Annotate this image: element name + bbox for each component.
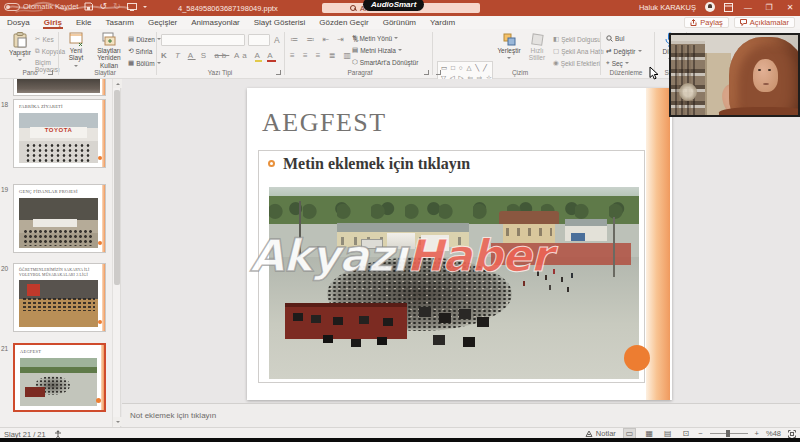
font-color-button[interactable]: A xyxy=(267,51,275,62)
italic-button[interactable]: T xyxy=(175,51,183,60)
quick-styles-button[interactable]: Hızlı Stiller xyxy=(524,33,550,62)
shape-fill-button[interactable]: ◧Şekil Dolgusu xyxy=(553,35,601,43)
scroll-down-button[interactable] xyxy=(113,417,122,426)
share-button[interactable]: Paylaş xyxy=(684,17,729,28)
paragraph-dialog-launcher[interactable] xyxy=(424,70,429,75)
notes-placeholder[interactable]: Not eklemek için tıklayın xyxy=(130,411,216,420)
strikethrough-button[interactable]: ab xyxy=(214,51,229,60)
font-dialog-launcher[interactable] xyxy=(276,70,281,75)
tab-tasarim[interactable]: Tasarım xyxy=(98,16,140,29)
notes-toggle-button[interactable]: Notlar xyxy=(585,429,616,438)
slide-title[interactable]: AEGFEST xyxy=(262,108,387,138)
tab-animasyonlar[interactable]: Animasyonlar xyxy=(184,16,246,29)
clipboard-icon xyxy=(13,32,27,48)
minimize-button[interactable]: — xyxy=(742,3,754,12)
notes-icon xyxy=(585,430,593,437)
shadow-button[interactable]: S xyxy=(201,51,209,60)
triangle-up-icon xyxy=(116,81,120,85)
comments-button[interactable]: Açıklamalar xyxy=(734,17,795,28)
shape-effects-button[interactable]: ◉Şekil Efektleri xyxy=(553,59,600,67)
shape-fill-icon: ◧ xyxy=(553,35,559,43)
thumbnail-slide-18[interactable]: FABRİKA ZİYARETİ TOYOTA xyxy=(13,99,106,168)
wall-plate xyxy=(679,83,697,101)
new-slide-button[interactable]: Yeni Slayt xyxy=(62,32,90,69)
tab-yardim[interactable]: Yardım xyxy=(423,16,462,29)
font-name-combobox[interactable] xyxy=(161,34,245,46)
copy-button[interactable]: ⧉Kopyala xyxy=(35,47,65,55)
audiosmart-watermark-badge: AudioSmart xyxy=(363,0,424,11)
highlight-button[interactable]: A xyxy=(255,51,263,62)
tab-gecisler[interactable]: Geçişler xyxy=(141,16,184,29)
mouse-cursor xyxy=(649,66,660,80)
content-placeholder[interactable]: Metin eklemek için tıklayın xyxy=(258,150,645,383)
tab-giris[interactable]: Giriş xyxy=(37,16,69,29)
thumbnail-number: 21 xyxy=(1,345,8,352)
zoom-level[interactable]: %48 xyxy=(766,429,781,438)
thumbnail-slide-19[interactable]: GENÇ FİDANLAR PROJESİ xyxy=(13,184,106,253)
cut-button[interactable]: ✂Kes xyxy=(35,35,54,43)
change-case-button[interactable]: Aa xyxy=(234,51,250,60)
zoom-out-button[interactable]: − xyxy=(698,429,702,438)
search-icon xyxy=(350,5,356,11)
view-reading-button[interactable]: ▤ xyxy=(662,429,674,438)
qat-customize-caret[interactable] xyxy=(143,6,147,10)
tab-gozden-gecir[interactable]: Gözden Geçir xyxy=(312,16,375,29)
tabrow-actions: Paylaş Açıklamalar xyxy=(684,17,795,28)
paste-button[interactable]: Yapıştır xyxy=(6,32,34,63)
drawing-dialog-launcher[interactable] xyxy=(436,70,441,75)
ribbon-display-options-icon[interactable] xyxy=(724,3,733,12)
smartart-button[interactable]: ⬡SmartArt'a Dönüştür xyxy=(352,58,418,66)
align-text-label: Metni Hizala xyxy=(360,47,396,54)
thumbnail-slide-17-partial[interactable] xyxy=(13,79,106,96)
presenter-shoulder xyxy=(719,107,800,117)
tab-ekle[interactable]: Ekle xyxy=(69,16,99,29)
shape-fill-label: Şekil Dolgusu xyxy=(561,36,601,43)
tab-dosya[interactable]: Dosya xyxy=(0,16,37,29)
font-size-combobox[interactable] xyxy=(248,34,270,46)
thumbnail-scrollbar[interactable] xyxy=(112,79,121,427)
thumbnail-slide-21-selected[interactable]: AEGFEST xyxy=(13,343,106,412)
scrollbar-thumb[interactable] xyxy=(114,90,120,285)
pano-dialog-launcher[interactable] xyxy=(48,70,53,75)
slide-accent-circle xyxy=(624,345,650,371)
slide-canvas[interactable]: AEGFEST Metin eklemek için tıklayın xyxy=(247,88,672,400)
reset-label: Sıfırla xyxy=(135,48,152,55)
bullet-text[interactable]: Metin eklemek için tıklayın xyxy=(283,155,470,173)
arrange-button[interactable]: Yerleştir xyxy=(496,33,522,61)
cut-label: Kes xyxy=(42,36,53,43)
align-text-button[interactable]: ▤Metni Hizala xyxy=(352,46,402,54)
slide-photo-festival[interactable] xyxy=(269,187,639,379)
close-button[interactable]: ✕ xyxy=(784,3,796,12)
powerpoint-window: Otomatik Kaydet ↺ ↻ 4_584958063687198049… xyxy=(0,0,800,442)
view-slideshow-button[interactable]: ⊡ xyxy=(681,429,692,438)
reuse-slides-button[interactable]: Slaytları Yeniden Kullan xyxy=(92,32,126,69)
copy-icon: ⧉ xyxy=(35,47,40,55)
zoom-slider[interactable] xyxy=(710,433,748,435)
accessibility-icon[interactable] xyxy=(54,430,62,438)
replace-button[interactable]: ⇄Değiştir xyxy=(606,47,642,55)
font-format-buttons: K T A S ab xyxy=(161,51,229,60)
arrange-label: Yerleştir xyxy=(497,47,520,54)
thumbnail-slide-20[interactable]: ÖĞRETMENLERİMİZİN SAKARYA İLİ VOLEYBOL M… xyxy=(13,263,106,332)
underline-button[interactable]: A xyxy=(188,51,196,60)
paragraph-align-buttons[interactable]: ≡ ≡ ≡ ≣ ▥ xyxy=(290,51,354,60)
select-button[interactable]: ⌖Seç xyxy=(606,59,629,67)
reset-button[interactable]: ⟲Sıfırla xyxy=(128,47,152,55)
zoom-in-button[interactable]: + xyxy=(755,429,759,438)
zoom-slider-knob[interactable] xyxy=(726,430,730,437)
notes-pane[interactable]: Not eklemek için tıklayın xyxy=(122,403,800,427)
find-button[interactable]: Bul xyxy=(606,35,624,42)
shape-outline-button[interactable]: ▢Şekil Ana Hattı xyxy=(553,47,604,55)
restore-button[interactable]: ❐ xyxy=(763,3,775,12)
grow-font-button[interactable]: A xyxy=(274,35,280,45)
fit-to-window-icon[interactable] xyxy=(788,430,796,438)
view-slide-sorter-button[interactable]: ▦ xyxy=(643,429,655,438)
tab-slayt-gosterisi[interactable]: Slayt Gösterisi xyxy=(247,16,313,29)
bold-button[interactable]: K xyxy=(161,51,170,60)
new-slide-label: Yeni Slayt xyxy=(62,47,90,62)
text-direction-button[interactable]: ⇅Metin Yönü xyxy=(352,34,398,42)
user-avatar[interactable] xyxy=(705,2,715,12)
tab-gorunum[interactable]: Görünüm xyxy=(376,16,423,29)
scroll-up-button[interactable] xyxy=(113,79,122,88)
paste-caret xyxy=(18,59,22,63)
